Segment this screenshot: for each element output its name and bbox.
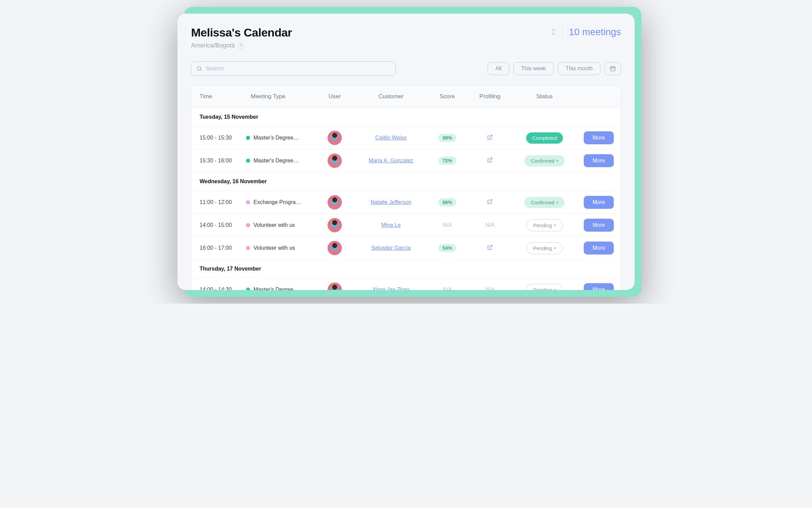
cell-meeting-type: Volunteer with us bbox=[243, 218, 314, 232]
customer-link[interactable]: Maria A. Gonzalez bbox=[369, 158, 414, 164]
cell-customer: Maria A. Gonzalez bbox=[355, 154, 427, 168]
cell-actions: More bbox=[577, 150, 621, 171]
external-link-icon[interactable] bbox=[487, 199, 493, 206]
status-confirmed-pill[interactable]: Confirmed ▾ bbox=[524, 197, 564, 208]
score-badge: 98% bbox=[438, 134, 456, 142]
meeting-type-label: Volunteer with us bbox=[253, 222, 295, 228]
col-profiling: Profiling bbox=[468, 86, 512, 107]
cell-customer: Mina Le bbox=[355, 218, 427, 232]
cell-status: Pending ▾ bbox=[512, 215, 577, 235]
avatar[interactable] bbox=[328, 154, 342, 168]
cell-user bbox=[314, 191, 355, 214]
avatar[interactable] bbox=[328, 131, 342, 145]
score-na: N/A bbox=[443, 222, 452, 228]
meeting-type-label: Volunteer with us bbox=[253, 245, 295, 251]
more-button[interactable]: More bbox=[584, 131, 614, 144]
customer-link[interactable]: Salvador García bbox=[371, 245, 411, 251]
group-header: Tuesday, 15 November bbox=[191, 108, 621, 127]
cell-meeting-type: Master's Degree… bbox=[243, 154, 314, 168]
meeting-type-dot bbox=[246, 223, 250, 227]
meeting-type-dot bbox=[246, 288, 250, 290]
cell-status: Confirmed ▾ bbox=[512, 193, 577, 212]
avatar[interactable] bbox=[328, 195, 342, 209]
avatar[interactable] bbox=[328, 282, 342, 290]
sigma-icon: Σ bbox=[552, 28, 556, 37]
more-button[interactable]: More bbox=[584, 242, 614, 255]
cell-time: 16:00 - 17:00 bbox=[191, 241, 243, 255]
cell-actions: More bbox=[577, 192, 621, 213]
cell-score: 72% bbox=[427, 153, 468, 169]
profiling-na: N/A bbox=[485, 287, 495, 290]
col-actions bbox=[577, 86, 621, 107]
cell-actions: More bbox=[577, 215, 621, 236]
cell-profiling: N/A bbox=[468, 282, 512, 290]
customer-link[interactable]: Caitlin Weiss bbox=[375, 135, 407, 141]
chevron-down-icon: ▾ bbox=[556, 159, 559, 163]
cell-customer: Xiran Jay Zhao bbox=[355, 282, 427, 290]
svg-point-0 bbox=[197, 67, 201, 70]
meeting-type-label: Master's Degree… bbox=[253, 135, 299, 141]
score-badge: 66% bbox=[438, 198, 456, 206]
customer-link[interactable]: Mina Le bbox=[381, 222, 401, 228]
status-pending-pill[interactable]: Pending ▾ bbox=[526, 242, 562, 254]
table-row: 11:00 - 12:00Exchange Progra…Natalie Jef… bbox=[191, 191, 621, 214]
search-input[interactable] bbox=[206, 65, 391, 72]
status-completed-pill[interactable]: Completed bbox=[526, 132, 563, 144]
table-row: 14:00 - 14:30Master's Degree…Xiran Jay Z… bbox=[191, 278, 621, 290]
table-header: Time Meeting Type User Customer Score Pr… bbox=[191, 86, 621, 108]
filter-week-button[interactable]: This week bbox=[513, 62, 554, 75]
date-picker-button[interactable] bbox=[605, 62, 621, 75]
table-row: 15:30 - 16:00Master's Degree…Maria A. Go… bbox=[191, 149, 621, 172]
status-pending-pill[interactable]: Pending ▾ bbox=[526, 284, 562, 290]
customer-link[interactable]: Xiran Jay Zhao bbox=[373, 287, 409, 290]
chevron-down-icon: ▾ bbox=[554, 223, 556, 228]
cell-status: Completed bbox=[512, 128, 577, 148]
more-button[interactable]: More bbox=[584, 283, 614, 290]
more-button[interactable]: More bbox=[584, 154, 614, 167]
calendar-panel: Melissa's Calendar America/Bogotá ? Σ 10… bbox=[177, 14, 635, 290]
filter-month-button[interactable]: This month bbox=[558, 62, 600, 75]
chevron-down-icon: ▾ bbox=[554, 246, 556, 250]
status-pending-pill[interactable]: Pending ▾ bbox=[526, 219, 562, 231]
status-label: Confirmed bbox=[531, 200, 554, 205]
external-link-icon[interactable] bbox=[487, 157, 493, 164]
external-link-icon[interactable] bbox=[487, 134, 493, 142]
cell-score: 66% bbox=[427, 194, 468, 211]
cell-status: Pending ▾ bbox=[512, 238, 577, 258]
chevron-down-icon: ▾ bbox=[556, 200, 559, 205]
cell-status: Confirmed ▾ bbox=[512, 151, 577, 171]
chevron-down-icon: ▾ bbox=[554, 288, 556, 290]
avatar[interactable] bbox=[328, 241, 342, 255]
score-na: N/A bbox=[443, 287, 452, 290]
cell-score: N/A bbox=[427, 218, 468, 232]
table-row: 15:00 - 15:30Master's Degree…Caitlin Wei… bbox=[191, 127, 621, 149]
cell-time: 11:00 - 12:00 bbox=[191, 195, 243, 209]
cell-user bbox=[314, 214, 355, 236]
avatar[interactable] bbox=[328, 218, 342, 232]
timezone-label: America/Bogotá bbox=[191, 42, 235, 49]
more-button[interactable]: More bbox=[584, 219, 614, 232]
cell-time: 14:00 - 15:00 bbox=[191, 218, 243, 232]
external-link-icon[interactable] bbox=[487, 244, 493, 252]
more-button[interactable]: More bbox=[584, 196, 614, 209]
meeting-type-dot bbox=[246, 159, 250, 163]
score-badge: 72% bbox=[438, 157, 456, 165]
divider bbox=[562, 26, 563, 38]
filter-all-button[interactable]: All bbox=[488, 62, 509, 75]
cell-score: N/A bbox=[427, 282, 468, 290]
profiling-na: N/A bbox=[485, 222, 495, 228]
cell-meeting-type: Exchange Progra… bbox=[243, 195, 314, 209]
cell-meeting-type: Volunteer with us bbox=[243, 241, 314, 255]
col-status: Status bbox=[512, 86, 577, 107]
help-icon[interactable]: ? bbox=[237, 43, 244, 49]
cell-user bbox=[314, 149, 355, 172]
col-score: Score bbox=[427, 86, 468, 107]
svg-line-1 bbox=[200, 70, 201, 71]
group-header: Thursday, 17 November bbox=[191, 260, 621, 278]
col-meeting-type: Meeting Type bbox=[243, 86, 314, 107]
status-confirmed-pill[interactable]: Confirmed ▾ bbox=[524, 155, 564, 166]
status-label: Pending bbox=[533, 245, 552, 251]
customer-link[interactable]: Natalie Jefferson bbox=[371, 199, 411, 205]
svg-rect-2 bbox=[610, 67, 615, 71]
search-box[interactable] bbox=[191, 61, 396, 76]
